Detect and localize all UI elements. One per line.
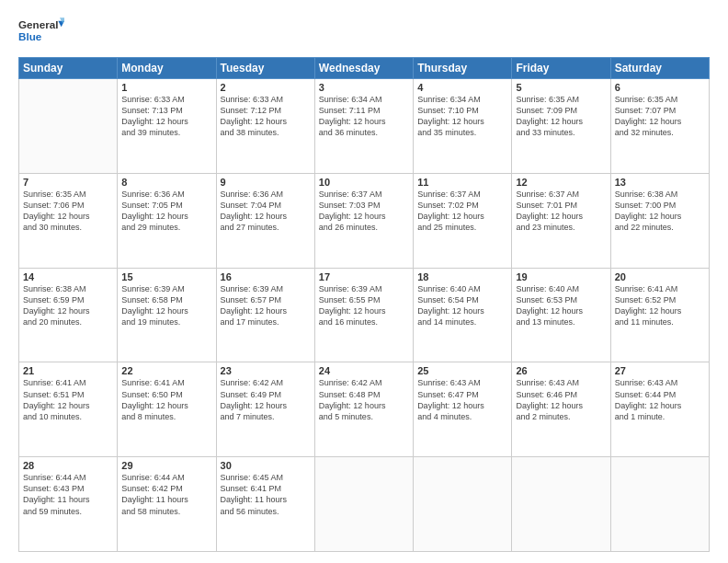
logo-svg: General Blue xyxy=(18,15,64,52)
calendar-cell: 15Sunrise: 6:39 AM Sunset: 6:58 PM Dayli… xyxy=(118,268,216,362)
day-number: 26 xyxy=(516,365,606,376)
day-info: Sunrise: 6:33 AM Sunset: 7:13 PM Dayligh… xyxy=(121,94,211,139)
calendar-cell: 28Sunrise: 6:44 AM Sunset: 6:43 PM Dayli… xyxy=(19,457,118,552)
calendar-cell: 30Sunrise: 6:45 AM Sunset: 6:41 PM Dayli… xyxy=(216,457,314,552)
day-info: Sunrise: 6:43 AM Sunset: 6:44 PM Dayligh… xyxy=(615,377,705,422)
calendar-cell: 22Sunrise: 6:41 AM Sunset: 6:50 PM Dayli… xyxy=(118,362,216,457)
day-number: 11 xyxy=(417,177,507,188)
weekday-header-monday: Monday xyxy=(118,58,216,79)
day-number: 19 xyxy=(516,271,606,282)
day-info: Sunrise: 6:41 AM Sunset: 6:52 PM Dayligh… xyxy=(615,283,705,328)
page: General Blue SundayMondayTuesdayWednesda… xyxy=(0,0,728,563)
calendar-cell: 4Sunrise: 6:34 AM Sunset: 7:10 PM Daylig… xyxy=(414,79,512,174)
calendar-cell: 2Sunrise: 6:33 AM Sunset: 7:12 PM Daylig… xyxy=(216,79,314,174)
day-info: Sunrise: 6:33 AM Sunset: 7:12 PM Dayligh… xyxy=(221,94,311,139)
calendar-cell: 25Sunrise: 6:43 AM Sunset: 6:47 PM Dayli… xyxy=(414,362,512,457)
calendar-cell: 17Sunrise: 6:39 AM Sunset: 6:55 PM Dayli… xyxy=(314,268,413,362)
day-info: Sunrise: 6:40 AM Sunset: 6:53 PM Dayligh… xyxy=(516,283,606,328)
calendar-cell: 13Sunrise: 6:38 AM Sunset: 7:00 PM Dayli… xyxy=(610,173,709,268)
day-number: 12 xyxy=(516,177,606,188)
day-number: 18 xyxy=(417,271,507,282)
day-info: Sunrise: 6:41 AM Sunset: 6:51 PM Dayligh… xyxy=(23,377,113,422)
day-info: Sunrise: 6:42 AM Sunset: 6:49 PM Dayligh… xyxy=(221,377,311,422)
day-info: Sunrise: 6:37 AM Sunset: 7:02 PM Dayligh… xyxy=(417,189,507,234)
calendar-cell: 27Sunrise: 6:43 AM Sunset: 6:44 PM Dayli… xyxy=(610,362,709,457)
svg-text:General: General xyxy=(18,18,58,30)
day-number: 15 xyxy=(121,271,211,282)
day-info: Sunrise: 6:35 AM Sunset: 7:06 PM Dayligh… xyxy=(23,189,113,234)
calendar-cell: 9Sunrise: 6:36 AM Sunset: 7:04 PM Daylig… xyxy=(216,173,314,268)
day-info: Sunrise: 6:44 AM Sunset: 6:42 PM Dayligh… xyxy=(121,472,211,517)
day-info: Sunrise: 6:39 AM Sunset: 6:58 PM Dayligh… xyxy=(121,283,211,328)
day-number: 27 xyxy=(615,365,705,376)
day-number: 14 xyxy=(23,271,113,282)
calendar-cell: 20Sunrise: 6:41 AM Sunset: 6:52 PM Dayli… xyxy=(610,268,709,362)
calendar-cell xyxy=(610,457,709,552)
header: General Blue xyxy=(18,15,710,52)
day-number: 23 xyxy=(221,365,311,376)
week-row-3: 14Sunrise: 6:38 AM Sunset: 6:59 PM Dayli… xyxy=(19,268,710,362)
day-number: 16 xyxy=(221,271,311,282)
day-info: Sunrise: 6:37 AM Sunset: 7:03 PM Dayligh… xyxy=(319,189,409,234)
calendar-cell: 11Sunrise: 6:37 AM Sunset: 7:02 PM Dayli… xyxy=(414,173,512,268)
weekday-header-thursday: Thursday xyxy=(414,58,512,79)
day-info: Sunrise: 6:39 AM Sunset: 6:57 PM Dayligh… xyxy=(221,283,311,328)
day-number: 10 xyxy=(319,177,409,188)
day-number: 13 xyxy=(615,177,705,188)
week-row-1: 1Sunrise: 6:33 AM Sunset: 7:13 PM Daylig… xyxy=(19,79,710,174)
calendar-cell: 21Sunrise: 6:41 AM Sunset: 6:51 PM Dayli… xyxy=(19,362,118,457)
calendar-cell: 8Sunrise: 6:36 AM Sunset: 7:05 PM Daylig… xyxy=(118,173,216,268)
day-number: 24 xyxy=(319,365,409,376)
calendar-cell xyxy=(414,457,512,552)
day-info: Sunrise: 6:43 AM Sunset: 6:46 PM Dayligh… xyxy=(516,377,606,422)
calendar-cell: 1Sunrise: 6:33 AM Sunset: 7:13 PM Daylig… xyxy=(118,79,216,174)
calendar-cell: 5Sunrise: 6:35 AM Sunset: 7:09 PM Daylig… xyxy=(512,79,610,174)
calendar-cell: 3Sunrise: 6:34 AM Sunset: 7:11 PM Daylig… xyxy=(314,79,413,174)
day-info: Sunrise: 6:35 AM Sunset: 7:09 PM Dayligh… xyxy=(516,94,606,139)
calendar-table: SundayMondayTuesdayWednesdayThursdayFrid… xyxy=(18,57,710,552)
day-number: 29 xyxy=(121,460,211,471)
calendar-cell: 23Sunrise: 6:42 AM Sunset: 6:49 PM Dayli… xyxy=(216,362,314,457)
calendar-cell: 10Sunrise: 6:37 AM Sunset: 7:03 PM Dayli… xyxy=(314,173,413,268)
day-info: Sunrise: 6:39 AM Sunset: 6:55 PM Dayligh… xyxy=(319,283,409,328)
svg-text:Blue: Blue xyxy=(18,30,42,42)
day-info: Sunrise: 6:41 AM Sunset: 6:50 PM Dayligh… xyxy=(121,377,211,422)
day-number: 30 xyxy=(221,460,311,471)
day-info: Sunrise: 6:38 AM Sunset: 6:59 PM Dayligh… xyxy=(23,283,113,328)
week-row-5: 28Sunrise: 6:44 AM Sunset: 6:43 PM Dayli… xyxy=(19,457,710,552)
calendar-cell xyxy=(512,457,610,552)
day-info: Sunrise: 6:45 AM Sunset: 6:41 PM Dayligh… xyxy=(221,472,311,517)
weekday-header-wednesday: Wednesday xyxy=(314,58,413,79)
calendar-cell: 6Sunrise: 6:35 AM Sunset: 7:07 PM Daylig… xyxy=(610,79,709,174)
calendar-cell: 16Sunrise: 6:39 AM Sunset: 6:57 PM Dayli… xyxy=(216,268,314,362)
day-number: 7 xyxy=(23,177,113,188)
calendar-cell xyxy=(314,457,413,552)
logo: General Blue xyxy=(18,15,64,52)
day-info: Sunrise: 6:43 AM Sunset: 6:47 PM Dayligh… xyxy=(417,377,507,422)
weekday-header-saturday: Saturday xyxy=(610,58,709,79)
day-info: Sunrise: 6:44 AM Sunset: 6:43 PM Dayligh… xyxy=(23,472,113,517)
calendar-cell: 14Sunrise: 6:38 AM Sunset: 6:59 PM Dayli… xyxy=(19,268,118,362)
calendar-cell: 24Sunrise: 6:42 AM Sunset: 6:48 PM Dayli… xyxy=(314,362,413,457)
calendar-cell: 19Sunrise: 6:40 AM Sunset: 6:53 PM Dayli… xyxy=(512,268,610,362)
calendar-cell: 7Sunrise: 6:35 AM Sunset: 7:06 PM Daylig… xyxy=(19,173,118,268)
calendar-cell xyxy=(19,79,118,174)
weekday-header-tuesday: Tuesday xyxy=(216,58,314,79)
day-info: Sunrise: 6:36 AM Sunset: 7:05 PM Dayligh… xyxy=(121,189,211,234)
day-number: 22 xyxy=(121,365,211,376)
day-info: Sunrise: 6:36 AM Sunset: 7:04 PM Dayligh… xyxy=(221,189,311,234)
weekday-header-sunday: Sunday xyxy=(19,58,118,79)
day-number: 5 xyxy=(516,82,606,93)
day-info: Sunrise: 6:35 AM Sunset: 7:07 PM Dayligh… xyxy=(615,94,705,139)
day-info: Sunrise: 6:34 AM Sunset: 7:11 PM Dayligh… xyxy=(319,94,409,139)
calendar-cell: 18Sunrise: 6:40 AM Sunset: 6:54 PM Dayli… xyxy=(414,268,512,362)
day-number: 25 xyxy=(417,365,507,376)
day-number: 6 xyxy=(615,82,705,93)
weekday-header-friday: Friday xyxy=(512,58,610,79)
day-number: 8 xyxy=(121,177,211,188)
day-number: 1 xyxy=(121,82,211,93)
day-info: Sunrise: 6:37 AM Sunset: 7:01 PM Dayligh… xyxy=(516,189,606,234)
week-row-2: 7Sunrise: 6:35 AM Sunset: 7:06 PM Daylig… xyxy=(19,173,710,268)
day-number: 9 xyxy=(221,177,311,188)
calendar-cell: 29Sunrise: 6:44 AM Sunset: 6:42 PM Dayli… xyxy=(118,457,216,552)
